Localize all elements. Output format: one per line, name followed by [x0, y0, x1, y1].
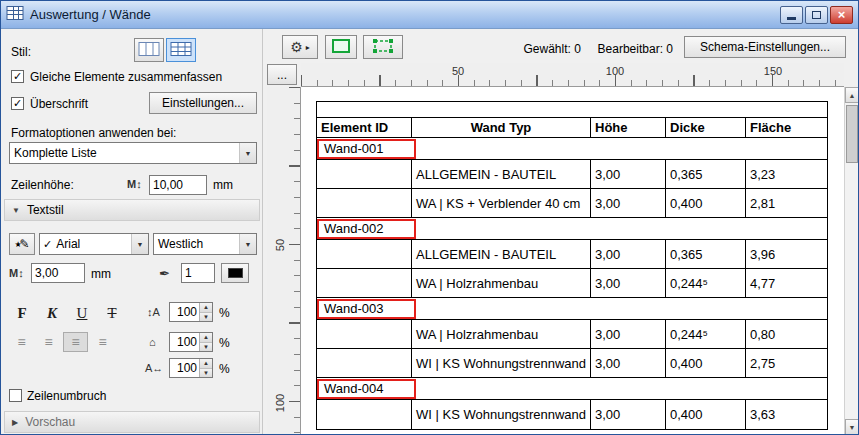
cell-hoehe[interactable]: 3,00: [591, 269, 666, 298]
style-flat-button[interactable]: [134, 38, 164, 62]
cell-element-id[interactable]: [317, 160, 412, 189]
vorschau-section-header[interactable]: ▶ Vorschau: [4, 411, 260, 433]
spin-up-icon[interactable]: ▲: [200, 303, 212, 313]
style-grid-button[interactable]: [166, 38, 196, 62]
chevron-down-icon[interactable]: ▼: [239, 143, 256, 163]
cell-wand-typ[interactable]: ALLGEMEIN - BAUTEIL: [412, 240, 591, 269]
vertical-scrollbar[interactable]: ▲ ▼: [844, 87, 858, 435]
formatoptionen-select[interactable]: Komplette Liste ▼: [9, 142, 257, 164]
cell-dicke[interactable]: 0,365: [666, 160, 746, 189]
marquee-select-button[interactable]: [325, 35, 357, 59]
stepper-arrows[interactable]: ▲▼: [199, 333, 212, 351]
spin-down-icon[interactable]: ▼: [200, 369, 212, 378]
cell-element-id[interactable]: [317, 269, 412, 298]
char-spacing-stepper[interactable]: ▲▼: [169, 358, 213, 378]
cell-wand-typ[interactable]: WA | Holzrahmenbau: [412, 320, 591, 349]
col-header-wand-typ[interactable]: Wand Typ: [412, 118, 591, 138]
bold-button[interactable]: F: [9, 302, 35, 324]
cell-element-id[interactable]: [317, 349, 412, 378]
cell-wand-typ[interactable]: WI | KS Wohnungstrennwand: [412, 349, 591, 378]
cell-wand-typ[interactable]: WI | KS Wohnungstrennwand: [412, 400, 591, 429]
align-right-button[interactable]: ≡: [63, 332, 88, 352]
char-spacing-input[interactable]: [170, 359, 199, 377]
char-width-stepper[interactable]: ▲▼: [169, 332, 213, 352]
cell-flaeche[interactable]: 3,23: [746, 160, 827, 189]
line-spacing-input[interactable]: [170, 303, 199, 321]
group-row-wand-001[interactable]: Wand-001: [317, 138, 827, 160]
cell-dicke[interactable]: 0,244⁵: [666, 269, 746, 298]
titlebar[interactable]: Auswertung / Wände ×: [1, 1, 858, 29]
cell-flaeche[interactable]: 0,80: [746, 320, 827, 349]
fontsize-input[interactable]: [31, 263, 85, 283]
cell-wand-typ[interactable]: WA | KS + Verblender 40 cm: [412, 189, 591, 218]
script-select[interactable]: Westlich ▼: [153, 233, 257, 255]
italic-button[interactable]: K: [39, 302, 65, 324]
cell-dicke[interactable]: 0,244⁵: [666, 320, 746, 349]
restore-button[interactable]: [805, 6, 828, 24]
spin-down-icon[interactable]: ▼: [200, 313, 212, 322]
stepper-arrows[interactable]: ▲▼: [199, 303, 212, 321]
align-justify-button[interactable]: ≡: [90, 332, 115, 352]
group-label: Wand-004: [324, 381, 384, 396]
group-row-wand-004[interactable]: Wand-004: [317, 378, 827, 400]
col-header-element-id[interactable]: Element ID: [317, 118, 412, 138]
cell-dicke[interactable]: 0,400: [666, 400, 746, 429]
cell-element-id[interactable]: [317, 400, 412, 429]
favorite-textstyle-button[interactable]: ★ ✎: [9, 233, 35, 255]
cell-flaeche[interactable]: 3,96: [746, 240, 827, 269]
cell-flaeche[interactable]: 3,63: [746, 400, 827, 429]
element-select-button[interactable]: [363, 35, 403, 59]
settings-gear-button[interactable]: ⚙ ▸: [282, 35, 318, 59]
spin-up-icon[interactable]: ▲: [200, 333, 212, 343]
cell-flaeche[interactable]: 2,75: [746, 349, 827, 378]
line-spacing-stepper[interactable]: ▲▼: [169, 302, 213, 322]
cell-element-id[interactable]: [317, 320, 412, 349]
chevron-down-icon[interactable]: ▼: [239, 234, 256, 254]
ueberschrift-checkbox[interactable]: ✓: [11, 97, 24, 110]
cell-hoehe[interactable]: 3,00: [591, 320, 666, 349]
underline-button[interactable]: U: [69, 302, 95, 324]
scroll-up-button[interactable]: ▲: [845, 87, 859, 103]
spin-down-icon[interactable]: ▼: [200, 343, 212, 352]
col-header-dicke[interactable]: Dicke: [666, 118, 746, 138]
cell-hoehe[interactable]: 3,00: [591, 160, 666, 189]
pen-color-button[interactable]: [221, 263, 249, 283]
merge-elements-checkbox[interactable]: ✓: [11, 70, 24, 83]
align-left-button[interactable]: ≡: [9, 332, 34, 352]
cell-hoehe[interactable]: 3,00: [591, 400, 666, 429]
cell-element-id[interactable]: [317, 189, 412, 218]
chevron-down-icon[interactable]: ▼: [131, 234, 148, 254]
cell-element-id[interactable]: [317, 240, 412, 269]
char-width-input[interactable]: [170, 333, 199, 351]
cell-hoehe[interactable]: 3,00: [591, 189, 666, 218]
cell-flaeche[interactable]: 2,81: [746, 189, 827, 218]
cell-hoehe[interactable]: 3,00: [591, 240, 666, 269]
cell-flaeche[interactable]: 4,77: [746, 269, 827, 298]
cell-dicke[interactable]: 0,365: [666, 240, 746, 269]
group-row-wand-002[interactable]: Wand-002: [317, 218, 827, 240]
cell-hoehe[interactable]: 3,00: [591, 349, 666, 378]
cell-dicke[interactable]: 0,400: [666, 349, 746, 378]
minimize-button[interactable]: [780, 6, 803, 24]
ruler-options-button[interactable]: ...: [267, 64, 297, 85]
group-row-wand-003[interactable]: Wand-003: [317, 298, 827, 320]
pen-number-input[interactable]: [181, 263, 215, 283]
strikethrough-button[interactable]: T: [99, 302, 125, 324]
stepper-arrows[interactable]: ▲▼: [199, 359, 212, 377]
zeilenhoehe-input[interactable]: [149, 175, 207, 195]
spin-up-icon[interactable]: ▲: [200, 359, 212, 369]
cell-wand-typ[interactable]: WA | Holzrahmenbau: [412, 269, 591, 298]
scroll-down-button[interactable]: ▼: [845, 419, 859, 435]
schema-einstellungen-button[interactable]: Schema-Einstellungen...: [684, 36, 846, 58]
cell-wand-typ[interactable]: ALLGEMEIN - BAUTEIL: [412, 160, 591, 189]
textstil-section-header[interactable]: ▼ Textstil: [4, 199, 260, 221]
col-header-hoehe[interactable]: Höhe: [591, 118, 666, 138]
einstellungen-button[interactable]: Einstellungen...: [149, 92, 257, 114]
cell-dicke[interactable]: 0,400: [666, 189, 746, 218]
align-center-button[interactable]: ≡: [36, 332, 61, 352]
col-header-flaeche[interactable]: Fläche: [746, 118, 827, 138]
scrollbar-thumb[interactable]: [846, 105, 858, 163]
font-select[interactable]: ✓ Arial ▼: [39, 233, 149, 255]
zeilenumbruch-checkbox[interactable]: [9, 389, 22, 402]
close-button[interactable]: ×: [830, 6, 853, 24]
